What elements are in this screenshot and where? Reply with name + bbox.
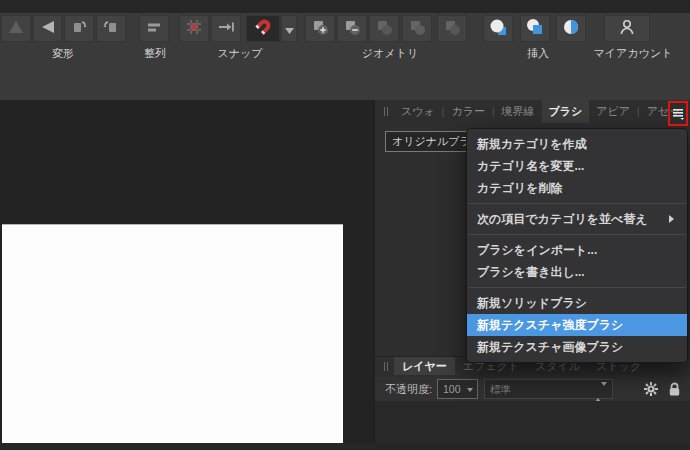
flip-horizontal-icon [39,19,57,39]
tab-stroke[interactable]: 境界線 [495,100,542,123]
flip-horizontal-button[interactable] [33,15,62,42]
panel-drag-handle[interactable] [384,362,388,371]
lock-layer-button[interactable] [667,381,682,401]
click-annotation-box [668,101,688,126]
magnet-icon [253,17,273,41]
brushes-panel-context-menu: 新規カテゴリを作成 カテゴリ名を変更... カテゴリを削除 次の項目でカテゴリを… [466,128,688,363]
layers-list-area[interactable] [375,401,690,443]
geometry-add-button[interactable] [305,15,335,42]
titlebar-strip [0,0,690,13]
canvas-area[interactable] [0,100,373,443]
geometry-combine-icon [443,18,461,40]
chevron-down-icon [285,20,294,38]
insert-on-top-button[interactable] [520,15,550,42]
align-icon [145,19,163,39]
menu-item-label: 次の項目でカテゴリを並べ替え [477,212,648,226]
rotate-cw-button[interactable] [96,15,126,42]
account-person-icon [618,18,636,40]
move-whole-pixels-button[interactable] [211,15,241,42]
insert-behind-button[interactable] [483,15,513,42]
submenu-arrow-icon [669,215,674,223]
menu-item-new-texture-intensity-brush[interactable]: 新規テクスチャ強度ブラシ [467,314,687,336]
insert-inside-button[interactable] [556,15,586,42]
pixel-grid-icon [185,18,203,40]
window-bottom-frame [0,443,690,450]
toolbar-section-label-geometry: ジオメトリ [362,46,418,61]
menu-item-new-solid-brush[interactable]: 新規ソリッドブラシ [467,292,687,314]
flip-vertical-icon [7,19,25,39]
menu-item-new-texture-image-brush[interactable]: 新規テクスチャ画像ブラシ [467,336,687,358]
snapping-toggle-button[interactable] [246,15,280,42]
blend-mode-value: 標準 [490,383,511,395]
geometry-intersect-button[interactable] [369,15,399,42]
stepper-arrows-icon [595,383,607,401]
insert-inside-icon [562,18,580,40]
tab-swatches[interactable]: スウォ [394,100,442,123]
geometry-divide-icon [408,18,426,40]
menu-item-rename-category[interactable]: カテゴリ名を変更... [467,155,687,177]
move-whole-pixels-icon [217,20,235,38]
opacity-dropdown[interactable]: 100 % [437,379,478,399]
menu-separator [468,287,686,288]
gear-icon [643,381,659,397]
studio-tab-bar: スウォ | カラー | 境界線 ブラシ アピア | アセッ [375,100,690,123]
menu-item-export-brushes[interactable]: ブラシを書き出し... [467,261,687,283]
menu-separator [468,203,686,204]
geometry-combine-button[interactable] [437,15,467,42]
toolbar-section-label-snap: スナップ [217,46,262,61]
insert-on-top-icon [526,18,544,40]
rotate-ccw-button[interactable] [64,15,94,42]
toolbar-section-label-align: 整列 [144,46,166,61]
brush-category-value: オリジナルブラ [392,135,471,147]
chevron-down-icon [467,388,473,392]
menu-item-delete-category[interactable]: カテゴリを削除 [467,177,687,199]
panel-menu-burger-button[interactable] [672,107,685,120]
rotate-ccw-icon [70,18,88,39]
toolbar-section-label-insert: 挿入 [527,46,549,61]
geometry-divide-button[interactable] [402,15,432,42]
app-window: 変形 整列 [0,0,690,450]
tab-layers[interactable]: レイヤー [394,357,455,375]
panel-drag-handle[interactable] [384,107,388,116]
layer-settings-button[interactable] [643,381,659,401]
my-account-button[interactable] [604,15,650,42]
tab-colour[interactable]: カラー [444,100,492,123]
menu-item-import-brushes[interactable]: ブラシをインポート... [467,239,687,261]
rotate-cw-icon [102,18,120,39]
geometry-subtract-button[interactable] [337,15,367,42]
insert-behind-icon [489,18,507,40]
geometry-add-icon [311,18,329,40]
flip-vertical-button[interactable] [1,15,31,42]
document-page[interactable] [2,224,343,444]
align-button[interactable] [139,15,169,42]
menu-item-create-category[interactable]: 新規カテゴリを作成 [467,133,687,155]
blend-mode-dropdown[interactable]: 標準 [484,379,613,399]
geometry-subtract-icon [343,18,361,40]
menu-separator [468,234,686,235]
burger-menu-icon [672,107,685,120]
lock-icon [667,381,682,397]
pixel-grid-button[interactable] [179,15,209,42]
opacity-label: 不透明度: [385,377,432,401]
toolbar-section-label-account: マイアカウント [594,46,673,61]
menu-item-sort-categories[interactable]: 次の項目でカテゴリを並べ替え [467,208,687,230]
tab-brushes[interactable]: ブラシ [542,100,590,123]
geometry-intersect-icon [375,18,393,40]
opacity-blend-row: 不透明度: 100 % 標準 [375,377,690,401]
tab-appearance[interactable]: アピア [589,100,637,123]
main-toolbar: 変形 整列 [0,13,690,100]
snap-options-dropdown[interactable] [281,15,297,42]
toolbar-section-label-transform: 変形 [52,46,74,61]
